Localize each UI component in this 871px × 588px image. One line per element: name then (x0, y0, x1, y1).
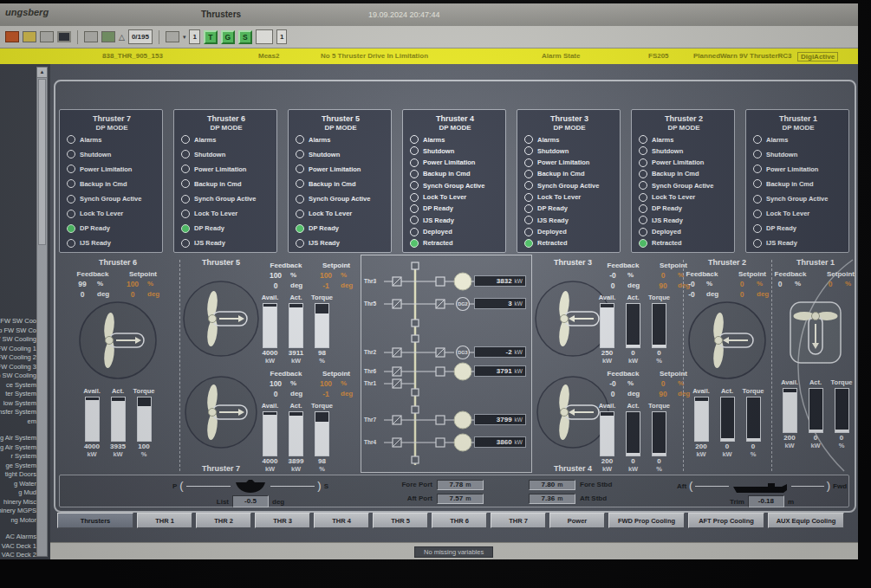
sidebar-item[interactable]: ge System (0, 462, 38, 471)
status-list: AlarmsShutdownPower LimitationBackup in … (179, 135, 273, 248)
status-label: Lock To Lever (537, 193, 581, 201)
thruster-title: Thruster 4 (554, 464, 592, 473)
dp-panel: Thruster 7DP MODEAlarmsShutdownPower Lim… (59, 109, 163, 253)
sidebar-item-label: ansfer System (0, 408, 36, 417)
torque-bar (746, 397, 761, 442)
file-icon[interactable] (40, 31, 54, 42)
feedback-pct-value: 100 (261, 271, 290, 280)
act-unit: kW (291, 465, 301, 473)
status-lamp-off (753, 135, 762, 144)
status-label: Shutdown (423, 147, 454, 155)
sidebar-item[interactable]: hinery MGPS (0, 507, 38, 516)
gauge-bars: Avail.200kWAct.0kWTorque0% (781, 378, 851, 449)
nav-button-thrusters[interactable]: Thrusters (57, 513, 133, 528)
nav-button-thr-4[interactable]: THR 4 (314, 513, 369, 528)
sidebar-item[interactable]: r System (0, 452, 38, 462)
sidebar-item[interactable]: W FW Cooling 2 (0, 353, 38, 363)
page-list-icon[interactable] (166, 31, 179, 42)
alarm-line[interactable]: 838_THR_905_153 Meas2 No 5 Thruster Driv… (0, 48, 858, 65)
nav-button-thr-7[interactable]: THR 7 (491, 513, 546, 528)
alarm-message: No 5 Thruster Drive In Limitation (321, 52, 428, 60)
alarm-ack-icon[interactable] (5, 31, 19, 42)
monitor-icon[interactable] (57, 31, 71, 42)
scroll-up-icon[interactable]: ▲ (37, 68, 47, 78)
sidebar-item[interactable]: ng Air System (0, 443, 38, 453)
sidebar-item[interactable]: ansfer System (0, 408, 38, 417)
torque-unit: % (839, 442, 845, 449)
scrollbar-thumb[interactable] (38, 79, 46, 245)
column-separator (179, 260, 180, 471)
sidebar-item[interactable]: Equip FW SW Co (0, 326, 38, 336)
nav-button-aft-prop-cooling[interactable]: AFT Prop Cooling (688, 513, 764, 528)
nav-button-thr-3[interactable]: THR 3 (255, 513, 310, 528)
generator-kw-readout: 3832kW (474, 275, 526, 287)
blank-box[interactable] (256, 29, 273, 44)
thruster-icon-wrap (687, 300, 767, 384)
sidebar-item[interactable]: em (0, 417, 38, 427)
sidebar-item[interactable]: VAC Deck 1 (0, 542, 38, 552)
sidebar-item[interactable]: low System (0, 399, 38, 409)
nav-button-thr-1[interactable]: THR 1 (137, 513, 192, 528)
status-row: Backup in Cmd (296, 179, 387, 188)
sidebar-item[interactable]: AC Alarms (0, 533, 38, 542)
group-s-button[interactable]: S (238, 30, 252, 44)
page-number-box[interactable]: 1 (189, 29, 199, 44)
sidebar-item[interactable]: tight Doors (0, 470, 38, 480)
screen-number-box[interactable]: 1 (276, 29, 287, 44)
status-lamp-off (296, 165, 304, 173)
sidebar-scrollbar[interactable]: ▲ (36, 67, 48, 557)
nav-button-fwd-prop-cooling[interactable]: FWD Prop Cooling (608, 513, 685, 528)
act-label: Act. (627, 402, 639, 410)
group-g-button[interactable]: G (221, 30, 235, 44)
sidebar-item[interactable]: uip SW Cooling (0, 372, 38, 381)
setpoint-pct-value: 0 (648, 379, 678, 388)
nav-button-power[interactable]: Power (549, 513, 605, 528)
sidebar-item[interactable]: FW SW Cooling (0, 335, 38, 345)
sidebar-item[interactable]: ter System (0, 390, 38, 399)
status-row: Alarms (181, 135, 273, 144)
sidebar-item[interactable]: hinery Misc (0, 498, 38, 507)
status-label: Lock To Lever (423, 193, 466, 201)
status-label: IJS Ready (423, 216, 454, 224)
group-t-button[interactable]: T (204, 30, 218, 44)
setpoint-deg-value: 0 (727, 290, 757, 299)
status-row: Shutdown (524, 146, 616, 155)
sidebar-item[interactable]: W FW Cooling 3 (0, 363, 38, 372)
open-view-icon[interactable] (101, 31, 115, 42)
torque-label: Torque (648, 294, 670, 301)
act-label: Act. (721, 387, 733, 395)
deg-unit: deg (627, 390, 648, 398)
avail-gauge: Avail.4000kW (83, 387, 101, 458)
feedback-deg-value: 0 (261, 281, 290, 290)
bell-icon[interactable]: △ (119, 33, 125, 42)
torque-unit: % (751, 450, 757, 458)
kw-unit: kW (515, 417, 523, 423)
status-row: Power Limitation (639, 158, 731, 167)
act-unit: kW (722, 450, 731, 458)
act-gauge: Act.3899kW (287, 402, 305, 473)
status-lamp-off (181, 179, 190, 188)
sidebar-item[interactable]: quip FW SW Coo (0, 317, 38, 326)
alarm-counter[interactable]: 0/195 (128, 29, 153, 44)
chevron-down-icon[interactable]: ▾ (183, 34, 186, 41)
sidebar-item[interactable]: VAC Deck 2 (0, 551, 38, 559)
folder-icon[interactable] (23, 31, 36, 42)
sidebar-item[interactable] (0, 426, 38, 434)
sidebar-item[interactable]: g Water (0, 480, 38, 489)
sidebar-item[interactable]: ng Motor (0, 516, 38, 526)
sidebar-item[interactable]: g Mud (0, 488, 38, 498)
sidebar-item[interactable]: W FW Cooling 1 (0, 345, 38, 354)
sidebar-item[interactable]: ce System (0, 381, 38, 391)
kw-value: 3860 (478, 438, 512, 446)
alarm-mode-badge: DigiActive (797, 52, 838, 61)
printer-icon[interactable] (84, 31, 98, 42)
nav-button-thr-5[interactable]: THR 5 (373, 513, 428, 528)
sidebar-item[interactable]: g Air System (0, 434, 38, 443)
feedback-header: Feedback (261, 370, 311, 378)
nav-button-thr-2[interactable]: THR 2 (196, 513, 251, 528)
nav-button-thr-6[interactable]: THR 6 (432, 513, 487, 528)
sidebar-item[interactable] (0, 525, 38, 533)
avail-bar (263, 411, 277, 456)
status-lamp-off (753, 150, 762, 158)
nav-button-aux-equip-cooling[interactable]: AUX Equip Cooling (768, 513, 844, 528)
